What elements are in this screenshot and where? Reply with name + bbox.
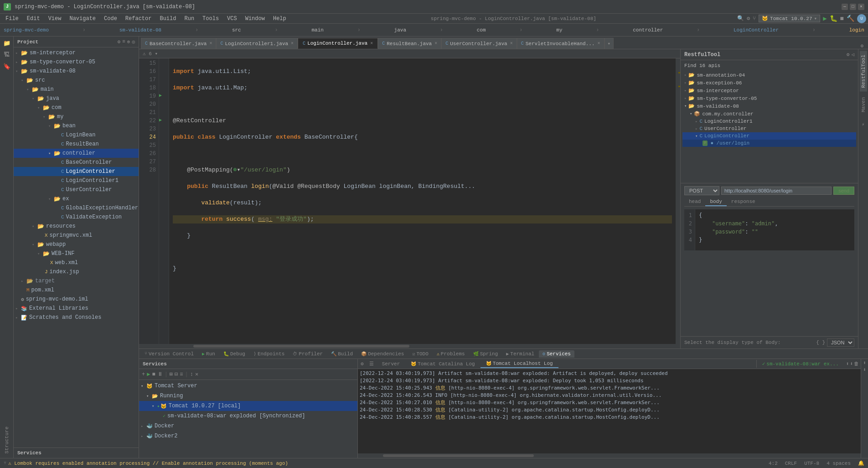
run-gutter-icon[interactable]: ▶ (159, 93, 162, 98)
group-service-icon[interactable]: ⊞ (170, 371, 173, 378)
tree-item-java[interactable]: 📂 java (14, 94, 139, 103)
tab-problems[interactable]: ⚠ Problems (433, 350, 469, 358)
code-content[interactable]: import java.util.List; import java.util.… (169, 58, 676, 344)
send-button[interactable]: send (833, 187, 854, 195)
log-horizontal-scrollbar[interactable] (358, 453, 861, 458)
method-selector[interactable]: POST GET PUT DELETE (684, 186, 719, 195)
run-service-icon[interactable]: ▶ (147, 371, 150, 378)
log-scroll-down-icon[interactable]: ⬇ (850, 361, 853, 367)
tab-server-log[interactable]: Server (377, 360, 406, 368)
settings2-icon[interactable]: ◎ (132, 39, 135, 45)
encoding[interactable]: UTF-8 (804, 461, 819, 466)
menu-tools[interactable]: Tools (199, 15, 222, 23)
log-gear-icon[interactable]: ☰ (367, 360, 377, 368)
expand-icon[interactable]: ⊕ (127, 39, 130, 45)
tab-version-control[interactable]: ⑂ Version Control (141, 350, 197, 358)
tree-item-resources[interactable]: 📂 resources (14, 222, 139, 231)
tab-close-icon[interactable]: × (370, 41, 373, 46)
tree-item-ex[interactable]: 📂 ex (14, 194, 139, 203)
structure-icon[interactable]: 🏗 (2, 50, 11, 60)
tab-body[interactable]: body (705, 198, 726, 206)
notifications-icon[interactable]: 🔔 (858, 460, 864, 466)
tab-terminal[interactable]: ▶ Terminal (502, 350, 538, 358)
tree-item-main[interactable]: 📂 main (14, 85, 139, 94)
search-everywhere-icon[interactable]: 🔍 (737, 15, 744, 22)
tree-item-iml[interactable]: ⚙ spring-mvc-demo.iml (14, 295, 139, 304)
breadcrumb-logincontroller[interactable]: LoginController (734, 27, 779, 33)
url-input[interactable] (721, 187, 832, 195)
stop-service-icon[interactable]: ■ (152, 371, 155, 378)
gear-icon[interactable]: ⚙ (118, 39, 121, 45)
line-ending[interactable]: CRLF (785, 461, 797, 466)
tree-item-basecontroller[interactable]: C BaseController (14, 158, 139, 167)
tab-todo[interactable]: ☑ TODO (408, 350, 432, 358)
tree-item-my[interactable]: 📂 my (14, 112, 139, 121)
tab-build[interactable]: 🔨 Build (327, 350, 356, 358)
api-folder-uc[interactable]: C UserController (682, 125, 856, 132)
menu-run[interactable]: Run (181, 15, 198, 23)
services-item-docker[interactable]: 🐳 Docker (139, 421, 357, 431)
collapse-all-icon[interactable]: ≡ (122, 39, 125, 45)
tab-catalina-log[interactable]: 🐱 Tomcat Catalina Log (405, 360, 480, 368)
tree-item-sm-validate[interactable]: 📂 sm-validate-08 (14, 67, 139, 76)
tab-spring[interactable]: 🌿 Spring (470, 350, 502, 358)
tree-item-controller[interactable]: 📂 controller (14, 149, 139, 158)
add-service-icon[interactable]: + (142, 371, 145, 378)
build-button[interactable]: 🔨 (847, 15, 854, 22)
log-scroll-icon[interactable]: ⬆ (846, 361, 849, 367)
services-item-tomcat-server[interactable]: 🐱 Tomcat Server (139, 381, 357, 391)
api-folder-convertor[interactable]: 📂 sm-type-convertor-05 (682, 94, 856, 102)
tab-servletinvocable[interactable]: C ServletInvocableHand... × (517, 38, 604, 49)
tab-run[interactable]: ▶ Run (198, 350, 219, 358)
breadcrumb-src[interactable]: src (232, 27, 241, 33)
run-button[interactable]: ▶ (823, 15, 827, 22)
breadcrumb-my[interactable]: my (556, 27, 562, 33)
tab-logincontroller1[interactable]: C LoginController1.java × (216, 38, 298, 49)
api-folder-interceptor[interactable]: 📂 sm-interceptor (682, 87, 856, 94)
editor-settings-button[interactable]: ⚙ (858, 43, 866, 49)
breadcrumb-java[interactable]: java (394, 27, 406, 33)
bookmarks-icon[interactable]: 🔖 (2, 62, 12, 72)
tab-logincontroller[interactable]: C LoginController.java × (298, 38, 378, 49)
tab-profiler[interactable]: ⏱ Profiler (289, 350, 326, 358)
api-folder-lc1[interactable]: C LoginController1 (682, 118, 856, 125)
tree-item-webinf[interactable]: 📂 WEB-INF (14, 249, 139, 258)
more-service-icon[interactable]: ✕ (195, 371, 198, 378)
tab-endpoints[interactable]: ⟩ Endpoints (250, 350, 288, 358)
services-item-war[interactable]: ✓ sm-validate-08:war exploded [Synchroni… (139, 411, 357, 421)
tab-close-icon[interactable]: × (209, 41, 212, 46)
breadcrumb-login[interactable]: login (849, 27, 864, 33)
api-folder-controller[interactable]: 📦 com.my.controller (682, 110, 856, 118)
tree-item-globalexception[interactable]: C GlobalExceptionHandler (14, 203, 139, 213)
tab-services-active[interactable]: ⚙ Services (539, 350, 574, 358)
display-format-selector[interactable]: JSON TEXT (827, 338, 854, 347)
module-selector[interactable]: sm-validate-08 (119, 27, 161, 33)
body-editor[interactable]: 1 2 3 4 { "username": "admin", "password… (684, 209, 854, 250)
menu-file[interactable]: File (2, 15, 22, 23)
tab-debug[interactable]: 🐛 Debug (220, 350, 249, 358)
status-warning[interactable]: ⚠ Lombok requires enabled annotation pro… (8, 460, 288, 466)
services-item-running[interactable]: 📂 Running (139, 391, 357, 401)
api-folder-lc[interactable]: C LoginController (682, 132, 856, 140)
vcs-icon[interactable]: ⑂ (753, 16, 756, 22)
tree-item-webapp[interactable]: 📂 webapp (14, 240, 139, 249)
tab-basecontroller[interactable]: C BaseController.java × (141, 38, 216, 49)
notifications-vtab[interactable]: ⚡ (859, 118, 867, 131)
tree-item-target[interactable]: 📂 target (14, 276, 139, 286)
pause-service-icon[interactable]: ⏸ (157, 371, 163, 378)
tab-localhost-log[interactable]: 🐱 Tomcat Localhost Log (480, 360, 558, 368)
maximize-button[interactable]: □ (850, 4, 856, 10)
menu-vcs[interactable]: VCS (223, 15, 241, 23)
menu-view[interactable]: View (45, 15, 65, 23)
menu-refactor[interactable]: Refactor (122, 15, 155, 23)
tab-close-icon[interactable]: × (598, 41, 600, 46)
tree-item-springmvc[interactable]: X springmvc.xml (14, 231, 139, 240)
tree-item-pomxml[interactable]: M pom.xml (14, 286, 139, 295)
tab-usercontroller[interactable]: C UserController.java × (441, 38, 517, 49)
settings-service-icon[interactable]: ≡ (180, 371, 183, 378)
tree-item-logincontroller1[interactable]: C LoginController1 (14, 176, 139, 185)
rt-hide-icon[interactable]: ◁ (851, 52, 854, 57)
menu-edit[interactable]: Edit (23, 15, 44, 23)
run-config-selector[interactable]: 🐱 Tomcat 10.0.27 ▾ (759, 15, 820, 22)
menu-help[interactable]: Help (269, 15, 290, 23)
